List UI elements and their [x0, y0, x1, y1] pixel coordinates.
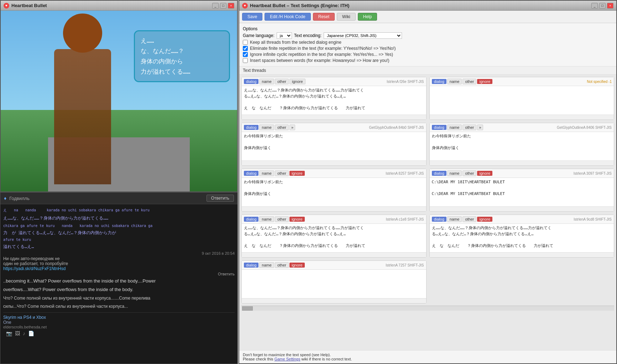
- reply-button[interactable]: Ответить: [206, 195, 234, 202]
- thread-content-1: え……な、なんだ……？身体の内側から力が溢れてくる……力が溢れてくる…え…な、な…: [242, 86, 426, 115]
- tab-dialog-4[interactable]: dialog: [432, 125, 446, 130]
- thread-info-8: IstrlenA 9cd8 SHIFT-JIS: [574, 217, 612, 221]
- thread-info-7: IstrlenA c1e8 SHIFT-JIS: [386, 217, 424, 221]
- right-maximize-button[interactable]: □: [599, 3, 606, 9]
- right-title: ♥ Heartbeat Bullet – Text Settings (Engi…: [242, 3, 349, 9]
- tab-other-5[interactable]: other: [275, 170, 289, 176]
- tab-other-7[interactable]: other: [275, 216, 289, 222]
- tab-other-6[interactable]: other: [462, 170, 476, 176]
- status-line-2: Please check this Game Settings wiki if …: [243, 357, 613, 361]
- tab-arrow-3[interactable]: »: [289, 125, 295, 130]
- tab-name-7[interactable]: name: [259, 216, 274, 222]
- edit-hook-button[interactable]: Edit /H Hook Code: [265, 13, 310, 21]
- horizontal-scrollbar[interactable]: [241, 306, 614, 311]
- music-icon[interactable]: ♪: [23, 331, 25, 336]
- tab-dialog-3[interactable]: dialog: [244, 125, 258, 130]
- thread-content-7: え……な、なんだ……？身体の内側から力が溢れてくる……力が溢れてくる…え…な、な…: [242, 224, 426, 252]
- thread-content-8: え……な、なんだ……？身体の内側から力が溢れてくる……力が溢れてくる…え…な、な…: [430, 224, 614, 252]
- thread-content-6: C:\DEAR MY 18IT\HEARTBEAT BULETC:\DEAR M…: [430, 178, 614, 206]
- scrollbar-2[interactable]: [430, 115, 614, 120]
- tab-ignore-active-5[interactable]: ignore: [289, 171, 305, 176]
- camera-icon[interactable]: 📷: [6, 331, 12, 336]
- checkbox1-label: Keep all threads from the selected dialo…: [250, 40, 341, 45]
- wiki-button[interactable]: Wiki: [337, 13, 356, 21]
- tab-ignore-active-8[interactable]: ignore: [477, 217, 492, 222]
- checkbox-keep-threads[interactable]: [243, 40, 248, 45]
- game-settings-link[interactable]: Game Settings: [274, 357, 300, 361]
- kanji-line-1: え na nanda karada no uchi sobakara chika…: [3, 207, 235, 213]
- checkbox-eliminate-repetition[interactable]: [243, 46, 248, 51]
- checkbox2-row: Eliminate finite repetition in the text …: [243, 46, 613, 51]
- not-specified-2: Not specified -1: [587, 80, 612, 84]
- chat-main-text: え……な、なんだ……？身体の内側から力が溢れてくる……: [3, 215, 235, 221]
- game-language-select[interactable]: ja en zh: [277, 32, 292, 39]
- tab-name-8[interactable]: name: [447, 216, 462, 222]
- tab-other-3[interactable]: other: [275, 125, 289, 130]
- tab-name-9[interactable]: name: [259, 262, 274, 268]
- thread-content-3: わ今特殊弾リボン前た身体内側が溢く: [242, 132, 426, 160]
- tab-dialog-9[interactable]: dialog: [244, 263, 258, 268]
- options-section: Options Game language: ja en zh Text enc…: [239, 23, 616, 67]
- tab-name-5[interactable]: name: [259, 170, 274, 176]
- threads-label: Text threads: [239, 67, 616, 75]
- tab-name-3[interactable]: name: [259, 125, 274, 130]
- tab-ignore-1[interactable]: ignore: [289, 79, 305, 84]
- thread-card-4: dialog name other » GetGlyphOutlineA 840…: [429, 123, 615, 166]
- tab-other-4[interactable]: other: [462, 125, 476, 130]
- reset-button[interactable]: Reset: [313, 13, 335, 21]
- tab-ignore-active-2[interactable]: ignore: [477, 79, 492, 84]
- tab-ignore-active-6[interactable]: ignore: [477, 171, 492, 176]
- tab-name-2[interactable]: name: [447, 79, 462, 84]
- checkbox2-label: Eliminate finite repetition in the text …: [250, 46, 396, 51]
- image-icon[interactable]: 🖼: [15, 331, 20, 336]
- tab-dialog-2[interactable]: dialog: [432, 79, 446, 84]
- scrollbar-5[interactable]: [242, 206, 426, 211]
- tab-dialog-5[interactable]: dialog: [244, 171, 258, 176]
- left-window-title: Heartbeat Bullet: [11, 3, 47, 8]
- checkbox-ignore-cyclic[interactable]: [243, 52, 248, 57]
- thread-header-7: dialog name other ignore IstrlenA c1e8 S…: [242, 215, 426, 224]
- scrollbar-7[interactable]: [242, 252, 426, 257]
- tab-other-8[interactable]: other: [462, 216, 476, 222]
- checkbox4-label: Insert spaces between words (for example…: [250, 58, 389, 63]
- system-msg-1: Ни один авто-переводчик не: [3, 256, 235, 261]
- text-encoding-select[interactable]: Japanese (CP932, Shift-JIS) UTF-8 UTF-16: [324, 32, 402, 39]
- scrollbar-6[interactable]: [430, 206, 614, 211]
- scrollbar-9[interactable]: [242, 298, 426, 303]
- threads-grid: dialog name other ignore IstrlenA f26e S…: [241, 77, 614, 304]
- scrollbar-8[interactable]: [430, 252, 614, 257]
- chat-timestamp: 9 окт 2016 в 20:54: [202, 251, 235, 255]
- thread-card-8: dialog name other ignore IstrlenA 9cd8 S…: [429, 215, 615, 258]
- scrollbar-3[interactable]: [242, 160, 426, 165]
- tab-ignore-active-7[interactable]: ignore: [289, 217, 305, 222]
- tab-dialog-6[interactable]: dialog: [432, 171, 446, 176]
- tab-name-6[interactable]: name: [447, 170, 462, 176]
- chat-link[interactable]: https://yadi.sk/d/NuzFxF1NtnHsd: [3, 266, 235, 271]
- right-minimize-button[interactable]: _: [591, 3, 598, 9]
- scrollbar-4[interactable]: [430, 160, 614, 165]
- right-close-button[interactable]: ×: [607, 3, 613, 9]
- checkbox-insert-spaces[interactable]: [243, 58, 248, 63]
- help-button[interactable]: Help: [358, 13, 377, 21]
- maximize-button[interactable]: □: [220, 3, 226, 9]
- tab-dialog-1[interactable]: dialog: [244, 79, 258, 84]
- tab-ignore-active-9[interactable]: ignore: [289, 263, 305, 268]
- tab-other-1[interactable]: other: [275, 79, 289, 84]
- left-window: ♥ Heartbeat Bullet _ □ × え…… な、なんだ……？ 身体…: [0, 0, 238, 192]
- save-button[interactable]: Save: [242, 13, 262, 21]
- tab-dialog-7[interactable]: dialog: [244, 217, 258, 222]
- bottom-url: elderscrolls.bethesda.net: [3, 325, 235, 329]
- tab-other-2[interactable]: other: [462, 79, 476, 84]
- tab-arrow-4[interactable]: »: [477, 125, 483, 130]
- scrollbar-thumb[interactable]: [242, 306, 253, 311]
- tab-name-4[interactable]: name: [447, 125, 462, 130]
- thread-info-1: IstrlenA f26e SHIFT-JIS: [387, 80, 424, 84]
- tab-other-9[interactable]: other: [275, 262, 289, 268]
- minimize-button[interactable]: _: [212, 3, 219, 9]
- tab-name-1[interactable]: name: [259, 79, 274, 84]
- chat-username: Годвилль: [9, 196, 30, 201]
- scrollbar-1[interactable]: [242, 115, 426, 120]
- file-icon[interactable]: 📄: [28, 331, 34, 336]
- tab-dialog-8[interactable]: dialog: [432, 217, 446, 222]
- close-button[interactable]: ×: [228, 3, 234, 9]
